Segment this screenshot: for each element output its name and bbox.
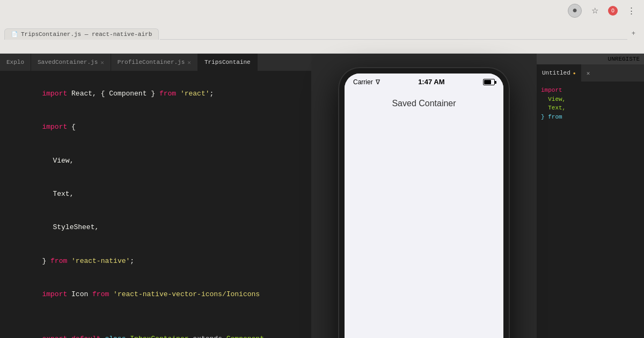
tab-close-icon[interactable]: ✕ bbox=[187, 59, 191, 66]
phone-screen: Carrier ∇ 1:47 AM Saved Container bbox=[345, 74, 503, 338]
right-code-area: import View, Text, } from bbox=[537, 82, 644, 126]
tab-tripscontainer[interactable]: TripsContaine bbox=[198, 54, 258, 71]
tab-savedcontainer[interactable]: SavedContainer.js ✕ bbox=[31, 54, 111, 71]
right-panel-tab-bar: Untitled ● ✕ bbox=[537, 64, 644, 82]
tab-label: ProfileContainer.js bbox=[118, 59, 185, 65]
code-content: import React, { Component } from 'react'… bbox=[0, 71, 311, 338]
editor-tab-bar: Explo SavedContainer.js ✕ ProfileContain… bbox=[0, 54, 311, 71]
tab-close[interactable]: ✕ bbox=[581, 64, 596, 82]
code-line-4: Text, bbox=[9, 178, 303, 211]
new-tab-button[interactable]: + bbox=[627, 28, 640, 40]
unregistered-label: UNREGISTE bbox=[608, 56, 640, 62]
user-avatar-icon[interactable]: ● bbox=[568, 4, 582, 18]
phone-status-bar: Carrier ∇ 1:47 AM bbox=[345, 74, 503, 88]
code-line-7: import Icon from 'react-native-vector-ic… bbox=[9, 278, 303, 311]
code-line-6: } from 'react-native'; bbox=[9, 245, 303, 278]
battery-fill bbox=[484, 80, 491, 84]
tab-explorer[interactable]: Explo bbox=[0, 54, 31, 71]
code-editor: Explo SavedContainer.js ✕ ProfileContain… bbox=[0, 54, 311, 338]
tab-file-icon: 📄 bbox=[11, 31, 18, 38]
browser-chrome: ● ☆ O ⋮ 📄 TripsContainer.js — react-nati… bbox=[0, 0, 644, 54]
phone-content: Saved Container bbox=[345, 88, 503, 338]
battery-icon bbox=[483, 79, 495, 85]
browser-extension-icon: O bbox=[608, 6, 618, 16]
phone-device: Carrier ∇ 1:47 AM Saved Container bbox=[338, 67, 510, 338]
unsaved-dot-icon: ● bbox=[573, 71, 576, 76]
code-line-1: import React, { Component } from 'react'… bbox=[9, 77, 303, 111]
carrier-indicator: Carrier ∇ bbox=[353, 78, 380, 86]
browser-tab-bar: 📄 TripsContainer.js — react-native-airb … bbox=[0, 21, 644, 40]
bookmark-icon[interactable]: ☆ bbox=[589, 5, 601, 17]
more-options-icon[interactable]: ⋮ bbox=[625, 5, 638, 17]
wifi-icon: ∇ bbox=[376, 78, 380, 86]
tab-label: Explo bbox=[6, 59, 24, 65]
right-code-4: } from bbox=[541, 113, 640, 122]
phone-simulator: Carrier ∇ 1:47 AM Saved Container bbox=[301, 54, 547, 338]
code-line-3: View, bbox=[9, 144, 303, 178]
right-code-2: View, bbox=[541, 95, 640, 104]
tab-label: TripsContaine bbox=[204, 59, 251, 65]
battery-indicator bbox=[483, 79, 495, 85]
right-code-1: import bbox=[541, 86, 640, 95]
right-panel: UNREGISTE Untitled ● ✕ import View, Text… bbox=[537, 54, 644, 338]
code-line-2: import { bbox=[9, 111, 303, 144]
tab-tripscontainer[interactable]: 📄 TripsContainer.js — react-native-airb bbox=[4, 28, 159, 40]
browser-top-bar: ● ☆ O ⋮ bbox=[0, 0, 644, 21]
time-display: 1:47 AM bbox=[418, 78, 444, 86]
tab-label: TripsContainer.js — react-native-airb bbox=[21, 31, 152, 38]
code-line-blank bbox=[9, 312, 303, 323]
main-content: Explo SavedContainer.js ✕ ProfileContain… bbox=[0, 54, 644, 338]
carrier-label: Carrier bbox=[353, 78, 373, 86]
code-line-5: StyleSheet, bbox=[9, 211, 303, 245]
tab-label: SavedContainer.js bbox=[38, 59, 98, 65]
screen-title: Saved Container bbox=[392, 99, 456, 108]
unregistered-bar: UNREGISTE bbox=[537, 54, 644, 64]
code-line-8: export default class InboxContainer exte… bbox=[9, 323, 303, 338]
tab-profilecontainer[interactable]: ProfileContainer.js ✕ bbox=[111, 54, 198, 71]
tab-close-icon[interactable]: ✕ bbox=[587, 70, 590, 77]
right-code-3: Text, bbox=[541, 104, 640, 113]
tab-close-icon[interactable]: ✕ bbox=[100, 59, 104, 66]
